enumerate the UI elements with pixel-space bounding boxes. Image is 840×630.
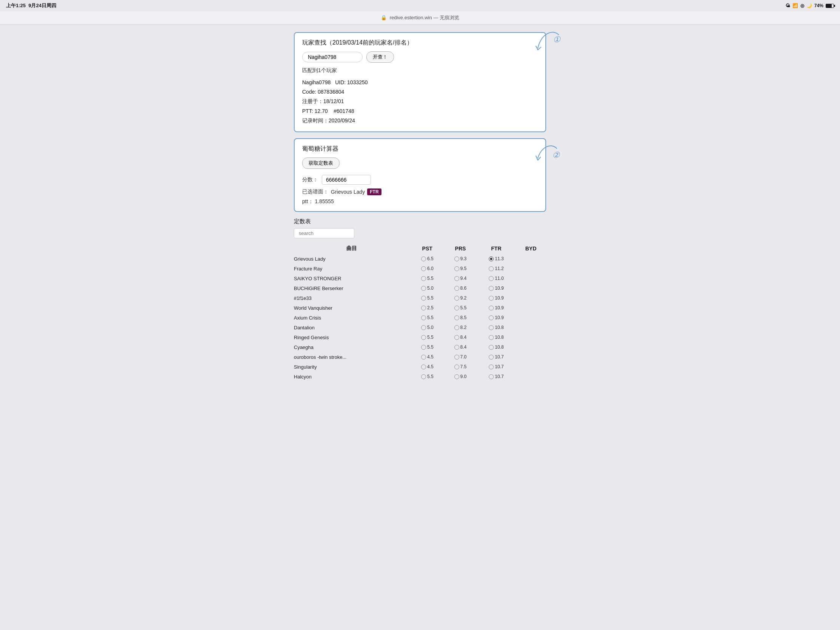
ftr-cell: 10.7 bbox=[477, 362, 516, 372]
pst-cell: 5.0 bbox=[411, 322, 444, 332]
prs-cell: 9.3 bbox=[444, 254, 477, 264]
prs-cell: 9.5 bbox=[444, 264, 477, 273]
pst-cell: 6.5 bbox=[411, 254, 444, 264]
song-name-cell: BUCHiGiRE Berserker bbox=[294, 283, 411, 293]
table-row: #1f1e335.59.210.9 bbox=[294, 293, 546, 303]
table-row: World Vanquisher2.55.510.9 bbox=[294, 303, 546, 313]
byd-cell bbox=[516, 342, 546, 352]
ftr-cell: 10.9 bbox=[477, 293, 516, 303]
selected-chart-row: 已选谱面： Grievous Lady FTR bbox=[302, 188, 538, 195]
byd-cell bbox=[516, 264, 546, 273]
song-name-cell: ouroboros -twin stroke... bbox=[294, 352, 411, 362]
browser-mode: 无痕浏览 bbox=[440, 15, 459, 21]
browser-url: redive.estertion.win bbox=[390, 15, 432, 21]
player-info: Nagiha0798 UID: 1033250 Code: 087836804 … bbox=[302, 78, 538, 125]
byd-cell bbox=[516, 283, 546, 293]
table-row: Halcyon5.59.010.7 bbox=[294, 372, 546, 382]
score-label: 分数： bbox=[302, 176, 318, 183]
get-table-button[interactable]: 获取定数表 bbox=[302, 158, 339, 169]
pst-cell: 4.5 bbox=[411, 362, 444, 372]
player-code: Code: 087836804 bbox=[302, 87, 538, 97]
byd-cell bbox=[516, 273, 546, 283]
byd-cell bbox=[516, 293, 546, 303]
ftr-difficulty-badge: FTR bbox=[367, 188, 381, 195]
ptt-label: ptt： bbox=[302, 198, 314, 204]
song-table-section: 定数表 曲目 PST PRS FTR BYD Grievous Lady6.59… bbox=[294, 218, 546, 382]
player-search-input[interactable] bbox=[302, 52, 363, 62]
status-bar: 上午1:25 9月24日周四 🌤 📶 ◎ 🌙 74% bbox=[0, 0, 840, 11]
byd-cell bbox=[516, 352, 546, 362]
prs-cell: 7.0 bbox=[444, 352, 477, 362]
song-name-cell: Halcyon bbox=[294, 372, 411, 382]
table-row: Cyaegha5.58.410.8 bbox=[294, 342, 546, 352]
song-name-cell: Axium Crisis bbox=[294, 313, 411, 322]
col-song: 曲目 bbox=[294, 243, 411, 254]
byd-cell bbox=[516, 332, 546, 342]
status-icons: 🌤 📶 ◎ 🌙 74% bbox=[786, 3, 834, 8]
player-uid: UID: 1033250 bbox=[335, 79, 368, 85]
pst-cell: 6.0 bbox=[411, 264, 444, 273]
ftr-cell: 10.8 bbox=[477, 332, 516, 342]
glucose-calc-title: 葡萄糖计算器 bbox=[302, 145, 538, 153]
search-row: 开查！ bbox=[302, 51, 538, 63]
status-time: 上午1:25 9月24日周四 bbox=[6, 2, 56, 9]
byd-cell bbox=[516, 322, 546, 332]
lock-icon: 🔒 bbox=[381, 15, 387, 21]
prs-cell: 8.2 bbox=[444, 322, 477, 332]
byd-cell bbox=[516, 313, 546, 322]
song-name-cell: #1f1e33 bbox=[294, 293, 411, 303]
pst-cell: 5.5 bbox=[411, 293, 444, 303]
table-search-input[interactable] bbox=[294, 228, 354, 238]
col-pst: PST bbox=[411, 243, 444, 254]
score-input[interactable] bbox=[322, 175, 371, 185]
byd-cell bbox=[516, 254, 546, 264]
col-prs: PRS bbox=[444, 243, 477, 254]
ftr-cell: 11.2 bbox=[477, 264, 516, 273]
ftr-cell: 10.9 bbox=[477, 313, 516, 322]
table-row: Ringed Genesis5.58.410.8 bbox=[294, 332, 546, 342]
song-name-cell: Cyaegha bbox=[294, 342, 411, 352]
player-record-time: 记录时间：2020/09/24 bbox=[302, 116, 538, 125]
ptt-result-row: ptt： 1.85555 bbox=[302, 198, 538, 205]
table-row: SAIKYO STRONGER5.59.411.0 bbox=[294, 273, 546, 283]
song-name-cell: Ringed Genesis bbox=[294, 332, 411, 342]
ftr-cell: 10.7 bbox=[477, 352, 516, 362]
pst-cell: 5.5 bbox=[411, 332, 444, 342]
table-row: Singularity4.57.510.7 bbox=[294, 362, 546, 372]
match-result-text: 匹配到1个玩家 bbox=[302, 67, 538, 74]
ftr-cell: 11.3 bbox=[477, 254, 516, 264]
score-row: 分数： bbox=[302, 175, 538, 185]
player-ptt: PTT: 12.70 bbox=[302, 108, 328, 114]
table-row: Axium Crisis5.58.510.9 bbox=[294, 313, 546, 322]
glucose-calc-section: 葡萄糖计算器 获取定数表 分数： 已选谱面： Grievous Lady FTR… bbox=[294, 138, 546, 212]
ptt-value: 1.85555 bbox=[315, 198, 334, 204]
table-row: BUCHiGiRE Berserker5.08.610.9 bbox=[294, 283, 546, 293]
search-button[interactable]: 开查！ bbox=[366, 51, 394, 63]
selected-chart-name: Grievous Lady bbox=[331, 189, 365, 195]
page-content: 玩家查找（2019/03/14前的玩家名/排名） 开查！ 匹配到1个玩家 Nag… bbox=[288, 25, 552, 389]
pst-cell: 5.0 bbox=[411, 283, 444, 293]
selected-chart-label: 已选谱面： bbox=[302, 188, 328, 195]
table-row: Dantalion5.08.210.8 bbox=[294, 322, 546, 332]
byd-cell bbox=[516, 362, 546, 372]
song-name-cell: Singularity bbox=[294, 362, 411, 372]
song-name-cell: World Vanquisher bbox=[294, 303, 411, 313]
pst-cell: 5.5 bbox=[411, 313, 444, 322]
song-table: 曲目 PST PRS FTR BYD Grievous Lady6.59.311… bbox=[294, 243, 546, 382]
battery-percent: 74% bbox=[814, 3, 823, 8]
ftr-cell: 10.9 bbox=[477, 283, 516, 293]
song-name-cell: SAIKYO STRONGER bbox=[294, 273, 411, 283]
song-name-cell: Dantalion bbox=[294, 322, 411, 332]
pst-cell: 5.5 bbox=[411, 273, 444, 283]
browser-bar: 🔒 redive.estertion.win — 无痕浏览 bbox=[0, 11, 840, 25]
player-rank: #601748 bbox=[333, 108, 354, 114]
prs-cell: 8.4 bbox=[444, 342, 477, 352]
prs-cell: 9.0 bbox=[444, 372, 477, 382]
song-name-cell: Grievous Lady bbox=[294, 254, 411, 264]
song-table-title: 定数表 bbox=[294, 218, 546, 225]
svg-text:②: ② bbox=[552, 150, 560, 160]
browser-separator: — bbox=[433, 15, 440, 21]
player-name: Nagiha0798 bbox=[302, 79, 331, 85]
byd-cell bbox=[516, 303, 546, 313]
song-name-cell: Fracture Ray bbox=[294, 264, 411, 273]
